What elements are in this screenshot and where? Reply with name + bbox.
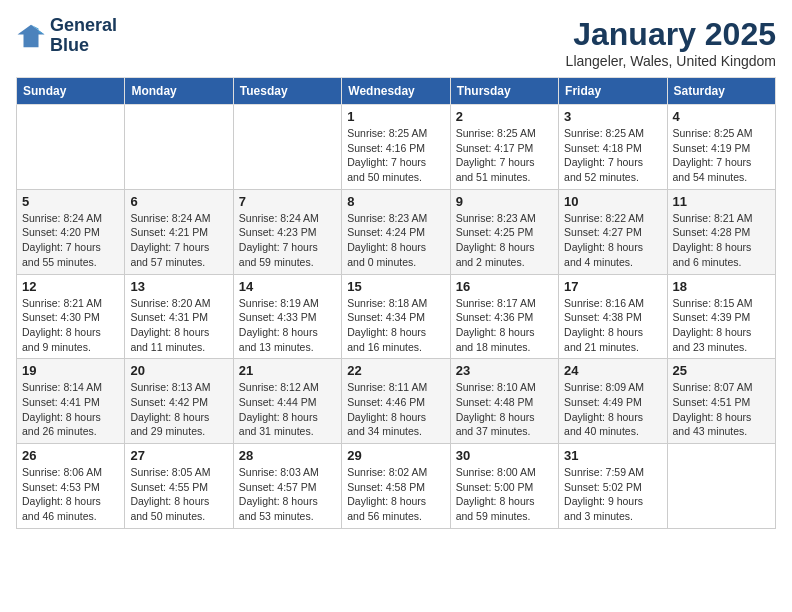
day-number: 19 xyxy=(22,363,119,378)
day-number: 29 xyxy=(347,448,444,463)
day-number: 20 xyxy=(130,363,227,378)
day-info: Sunrise: 8:02 AMSunset: 4:58 PMDaylight:… xyxy=(347,465,444,524)
calendar-day-cell xyxy=(17,105,125,190)
calendar-day-cell: 17Sunrise: 8:16 AMSunset: 4:38 PMDayligh… xyxy=(559,274,667,359)
day-info: Sunrise: 8:16 AMSunset: 4:38 PMDaylight:… xyxy=(564,296,661,355)
weekday-header-thursday: Thursday xyxy=(450,78,558,105)
calendar-day-cell: 7Sunrise: 8:24 AMSunset: 4:23 PMDaylight… xyxy=(233,189,341,274)
day-number: 18 xyxy=(673,279,770,294)
calendar-day-cell xyxy=(233,105,341,190)
day-info: Sunrise: 7:59 AMSunset: 5:02 PMDaylight:… xyxy=(564,465,661,524)
weekday-header-monday: Monday xyxy=(125,78,233,105)
day-info: Sunrise: 8:25 AMSunset: 4:19 PMDaylight:… xyxy=(673,126,770,185)
day-number: 2 xyxy=(456,109,553,124)
day-number: 7 xyxy=(239,194,336,209)
calendar-day-cell: 22Sunrise: 8:11 AMSunset: 4:46 PMDayligh… xyxy=(342,359,450,444)
logo-text: General Blue xyxy=(50,16,117,56)
calendar-day-cell: 25Sunrise: 8:07 AMSunset: 4:51 PMDayligh… xyxy=(667,359,775,444)
day-info: Sunrise: 8:17 AMSunset: 4:36 PMDaylight:… xyxy=(456,296,553,355)
calendar-day-cell: 27Sunrise: 8:05 AMSunset: 4:55 PMDayligh… xyxy=(125,444,233,529)
calendar-day-cell: 1Sunrise: 8:25 AMSunset: 4:16 PMDaylight… xyxy=(342,105,450,190)
day-number: 4 xyxy=(673,109,770,124)
title-block: January 2025 Llangeler, Wales, United Ki… xyxy=(566,16,776,69)
calendar-day-cell: 4Sunrise: 8:25 AMSunset: 4:19 PMDaylight… xyxy=(667,105,775,190)
calendar-week-row: 19Sunrise: 8:14 AMSunset: 4:41 PMDayligh… xyxy=(17,359,776,444)
calendar-day-cell: 24Sunrise: 8:09 AMSunset: 4:49 PMDayligh… xyxy=(559,359,667,444)
day-number: 8 xyxy=(347,194,444,209)
calendar-day-cell: 3Sunrise: 8:25 AMSunset: 4:18 PMDaylight… xyxy=(559,105,667,190)
day-number: 27 xyxy=(130,448,227,463)
weekday-header-saturday: Saturday xyxy=(667,78,775,105)
day-info: Sunrise: 8:09 AMSunset: 4:49 PMDaylight:… xyxy=(564,380,661,439)
weekday-header-sunday: Sunday xyxy=(17,78,125,105)
day-number: 10 xyxy=(564,194,661,209)
calendar-day-cell: 19Sunrise: 8:14 AMSunset: 4:41 PMDayligh… xyxy=(17,359,125,444)
day-info: Sunrise: 8:22 AMSunset: 4:27 PMDaylight:… xyxy=(564,211,661,270)
day-info: Sunrise: 8:05 AMSunset: 4:55 PMDaylight:… xyxy=(130,465,227,524)
logo-icon xyxy=(16,21,46,51)
day-number: 11 xyxy=(673,194,770,209)
calendar-day-cell: 18Sunrise: 8:15 AMSunset: 4:39 PMDayligh… xyxy=(667,274,775,359)
day-number: 22 xyxy=(347,363,444,378)
calendar-day-cell: 23Sunrise: 8:10 AMSunset: 4:48 PMDayligh… xyxy=(450,359,558,444)
calendar-table: SundayMondayTuesdayWednesdayThursdayFrid… xyxy=(16,77,776,529)
day-number: 3 xyxy=(564,109,661,124)
day-info: Sunrise: 8:00 AMSunset: 5:00 PMDaylight:… xyxy=(456,465,553,524)
calendar-day-cell: 16Sunrise: 8:17 AMSunset: 4:36 PMDayligh… xyxy=(450,274,558,359)
calendar-week-row: 12Sunrise: 8:21 AMSunset: 4:30 PMDayligh… xyxy=(17,274,776,359)
day-info: Sunrise: 8:12 AMSunset: 4:44 PMDaylight:… xyxy=(239,380,336,439)
calendar-day-cell: 31Sunrise: 7:59 AMSunset: 5:02 PMDayligh… xyxy=(559,444,667,529)
calendar-day-cell: 12Sunrise: 8:21 AMSunset: 4:30 PMDayligh… xyxy=(17,274,125,359)
calendar-day-cell: 5Sunrise: 8:24 AMSunset: 4:20 PMDaylight… xyxy=(17,189,125,274)
day-number: 13 xyxy=(130,279,227,294)
calendar-week-row: 5Sunrise: 8:24 AMSunset: 4:20 PMDaylight… xyxy=(17,189,776,274)
day-number: 9 xyxy=(456,194,553,209)
calendar-day-cell: 28Sunrise: 8:03 AMSunset: 4:57 PMDayligh… xyxy=(233,444,341,529)
calendar-week-row: 26Sunrise: 8:06 AMSunset: 4:53 PMDayligh… xyxy=(17,444,776,529)
day-number: 23 xyxy=(456,363,553,378)
day-info: Sunrise: 8:25 AMSunset: 4:18 PMDaylight:… xyxy=(564,126,661,185)
day-number: 17 xyxy=(564,279,661,294)
weekday-header-tuesday: Tuesday xyxy=(233,78,341,105)
day-info: Sunrise: 8:23 AMSunset: 4:25 PMDaylight:… xyxy=(456,211,553,270)
calendar-title: January 2025 xyxy=(566,16,776,53)
day-number: 12 xyxy=(22,279,119,294)
day-info: Sunrise: 8:24 AMSunset: 4:21 PMDaylight:… xyxy=(130,211,227,270)
day-number: 30 xyxy=(456,448,553,463)
day-info: Sunrise: 8:13 AMSunset: 4:42 PMDaylight:… xyxy=(130,380,227,439)
day-number: 21 xyxy=(239,363,336,378)
day-info: Sunrise: 8:11 AMSunset: 4:46 PMDaylight:… xyxy=(347,380,444,439)
day-number: 25 xyxy=(673,363,770,378)
day-info: Sunrise: 8:10 AMSunset: 4:48 PMDaylight:… xyxy=(456,380,553,439)
calendar-day-cell: 8Sunrise: 8:23 AMSunset: 4:24 PMDaylight… xyxy=(342,189,450,274)
calendar-day-cell: 14Sunrise: 8:19 AMSunset: 4:33 PMDayligh… xyxy=(233,274,341,359)
day-info: Sunrise: 8:21 AMSunset: 4:30 PMDaylight:… xyxy=(22,296,119,355)
calendar-day-cell: 6Sunrise: 8:24 AMSunset: 4:21 PMDaylight… xyxy=(125,189,233,274)
calendar-week-row: 1Sunrise: 8:25 AMSunset: 4:16 PMDaylight… xyxy=(17,105,776,190)
calendar-day-cell: 26Sunrise: 8:06 AMSunset: 4:53 PMDayligh… xyxy=(17,444,125,529)
day-info: Sunrise: 8:03 AMSunset: 4:57 PMDaylight:… xyxy=(239,465,336,524)
day-info: Sunrise: 8:24 AMSunset: 4:20 PMDaylight:… xyxy=(22,211,119,270)
logo: General Blue xyxy=(16,16,117,56)
weekday-header-friday: Friday xyxy=(559,78,667,105)
calendar-day-cell: 15Sunrise: 8:18 AMSunset: 4:34 PMDayligh… xyxy=(342,274,450,359)
day-number: 14 xyxy=(239,279,336,294)
calendar-day-cell: 10Sunrise: 8:22 AMSunset: 4:27 PMDayligh… xyxy=(559,189,667,274)
calendar-day-cell: 30Sunrise: 8:00 AMSunset: 5:00 PMDayligh… xyxy=(450,444,558,529)
calendar-day-cell xyxy=(125,105,233,190)
day-number: 26 xyxy=(22,448,119,463)
day-number: 5 xyxy=(22,194,119,209)
day-number: 31 xyxy=(564,448,661,463)
calendar-day-cell xyxy=(667,444,775,529)
day-info: Sunrise: 8:21 AMSunset: 4:28 PMDaylight:… xyxy=(673,211,770,270)
day-number: 1 xyxy=(347,109,444,124)
calendar-day-cell: 29Sunrise: 8:02 AMSunset: 4:58 PMDayligh… xyxy=(342,444,450,529)
calendar-day-cell: 9Sunrise: 8:23 AMSunset: 4:25 PMDaylight… xyxy=(450,189,558,274)
calendar-day-cell: 20Sunrise: 8:13 AMSunset: 4:42 PMDayligh… xyxy=(125,359,233,444)
day-info: Sunrise: 8:20 AMSunset: 4:31 PMDaylight:… xyxy=(130,296,227,355)
weekday-header-wednesday: Wednesday xyxy=(342,78,450,105)
calendar-subtitle: Llangeler, Wales, United Kingdom xyxy=(566,53,776,69)
day-info: Sunrise: 8:06 AMSunset: 4:53 PMDaylight:… xyxy=(22,465,119,524)
calendar-day-cell: 13Sunrise: 8:20 AMSunset: 4:31 PMDayligh… xyxy=(125,274,233,359)
day-info: Sunrise: 8:25 AMSunset: 4:16 PMDaylight:… xyxy=(347,126,444,185)
